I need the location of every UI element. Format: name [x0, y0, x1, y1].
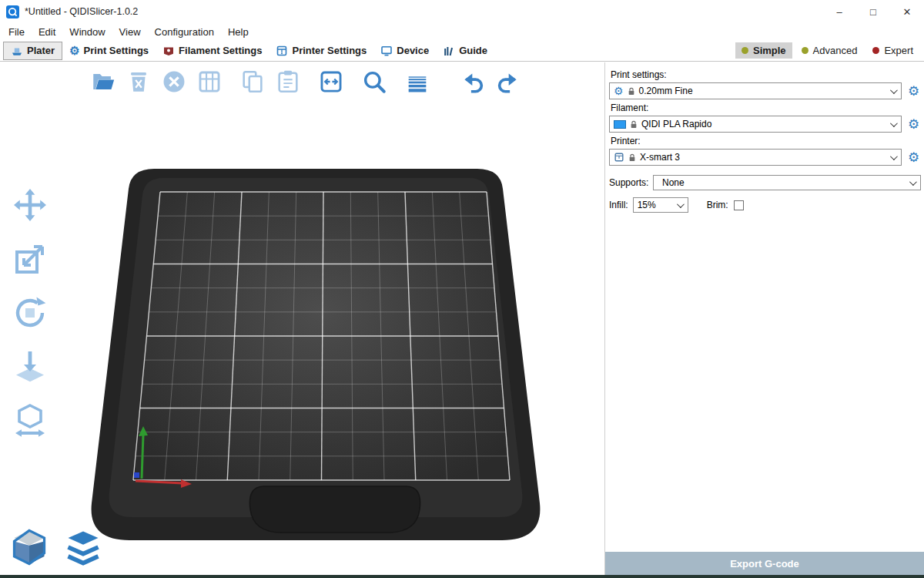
plater-toolbar: [88, 66, 524, 97]
mode-expert[interactable]: Expert: [866, 42, 919, 59]
filament-label: Filament:: [611, 102, 921, 113]
chevron-down-icon: [890, 119, 898, 127]
brim-checkbox[interactable]: [734, 200, 744, 210]
bottom-status-strip: [0, 575, 924, 578]
mode-advanced[interactable]: Advanced: [795, 42, 864, 59]
tab-label: Device: [397, 45, 429, 56]
printer-icon: [276, 45, 288, 57]
redo-icon[interactable]: [493, 66, 524, 97]
gizmo-toolbar: [9, 184, 51, 442]
arrange-icon[interactable]: [194, 66, 225, 97]
app-logo-icon: [6, 5, 19, 18]
printer-value: X-smart 3: [640, 152, 680, 163]
preview-layers-icon[interactable]: [62, 526, 105, 569]
printer-icon: [614, 152, 624, 163]
delete-icon[interactable]: [123, 66, 154, 97]
brim-label: Brim:: [707, 200, 728, 210]
mode-label: Advanced: [813, 45, 858, 56]
tab-label: Guide: [459, 45, 487, 56]
tab-device[interactable]: Device: [373, 42, 436, 59]
split-objects-icon[interactable]: [316, 66, 346, 97]
title-bar: *Untitled - QIDISlicer-1.0.2 – □ ✕: [0, 0, 924, 23]
move-icon[interactable]: [9, 184, 51, 226]
tab-guide[interactable]: Guide: [436, 42, 494, 59]
variable-layer-height-icon[interactable]: [402, 66, 433, 97]
3d-editor-view-icon[interactable]: [8, 526, 51, 569]
filament-color-swatch: [614, 120, 626, 129]
tab-bar: Plater ⚙ Print Settings Filament Setting…: [0, 40, 924, 62]
delete-all-icon[interactable]: [159, 66, 189, 97]
menu-file[interactable]: File: [2, 25, 32, 39]
lock-icon: [630, 119, 638, 129]
filament-combo[interactable]: QIDI PLA Rapido: [609, 116, 902, 133]
measure-icon[interactable]: [9, 400, 51, 442]
3d-viewport[interactable]: [0, 62, 605, 575]
infill-value: 15%: [638, 200, 656, 210]
simple-mode-dot-icon: [742, 47, 748, 54]
supports-label: Supports:: [609, 177, 653, 188]
supports-value: None: [662, 177, 685, 188]
infill-combo[interactable]: 15%: [633, 197, 688, 213]
maximize-button[interactable]: □: [856, 0, 890, 23]
print-settings-gear-button[interactable]: ⚙: [906, 85, 921, 98]
print-settings-combo[interactable]: ⚙ 0.20mm Fine: [609, 82, 902, 99]
printer-label: Printer:: [611, 136, 921, 146]
device-monitor-icon: [380, 45, 393, 57]
expert-mode-dot-icon: [872, 47, 879, 54]
tab-label: Print Settings: [84, 45, 149, 56]
menu-configuration[interactable]: Configuration: [148, 25, 221, 39]
print-settings-value: 0.20mm Fine: [639, 86, 693, 96]
tab-printer-settings[interactable]: Printer Settings: [269, 42, 373, 59]
copy-icon[interactable]: [237, 66, 268, 97]
tab-label: Printer Settings: [292, 45, 367, 56]
gear-icon: ⚙: [69, 45, 79, 56]
tab-filament-settings[interactable]: Filament Settings: [156, 42, 269, 59]
print-settings-label: Print settings:: [611, 69, 921, 80]
window-title: *Untitled - QIDISlicer-1.0.2: [25, 6, 138, 17]
guide-books-icon: [443, 45, 455, 57]
infill-label: Infill:: [609, 200, 628, 210]
chevron-down-icon: [909, 178, 917, 186]
export-gcode-button[interactable]: Export G-code: [605, 552, 924, 575]
filament-value: QIDI PLA Rapido: [641, 119, 711, 129]
mode-selector: Simple Advanced Expert: [735, 42, 919, 59]
filament-spool-icon: [162, 45, 175, 57]
tab-label: Filament Settings: [179, 45, 262, 56]
print-bed: [77, 155, 554, 548]
tab-label: Plater: [27, 45, 55, 56]
scale-icon[interactable]: [9, 238, 51, 280]
chevron-down-icon: [890, 153, 898, 160]
gear-icon: ⚙: [614, 86, 624, 96]
printer-combo[interactable]: X-smart 3: [609, 149, 902, 166]
search-icon[interactable]: [359, 66, 390, 97]
mode-simple[interactable]: Simple: [735, 42, 792, 59]
undo-icon[interactable]: [457, 66, 488, 97]
minimize-button[interactable]: –: [822, 0, 856, 23]
mode-label: Expert: [884, 45, 913, 56]
menu-bar: File Edit Window View Configuration Help: [0, 23, 924, 40]
place-on-face-icon[interactable]: [9, 346, 51, 388]
mode-label: Simple: [753, 45, 786, 56]
chevron-down-icon: [677, 200, 685, 208]
lock-icon: [628, 86, 635, 96]
filament-gear-button[interactable]: ⚙: [906, 118, 921, 131]
lock-icon: [628, 153, 636, 163]
z-axis-marker: [134, 472, 139, 478]
menu-window[interactable]: Window: [62, 25, 112, 39]
supports-combo[interactable]: None: [653, 175, 921, 190]
app-window: *Untitled - QIDISlicer-1.0.2 – □ ✕ File …: [0, 0, 924, 578]
tab-plater[interactable]: Plater: [3, 42, 62, 60]
paste-icon[interactable]: [273, 66, 303, 97]
open-folder-icon[interactable]: [88, 66, 119, 97]
plater-icon: [11, 45, 23, 57]
menu-help[interactable]: Help: [221, 25, 256, 39]
tab-print-settings[interactable]: ⚙ Print Settings: [62, 42, 156, 59]
settings-sidebar: Print settings: ⚙ 0.20mm Fine ⚙ Filament…: [605, 62, 924, 575]
view-toggles: [8, 526, 105, 569]
menu-edit[interactable]: Edit: [32, 25, 62, 39]
printer-gear-button[interactable]: ⚙: [906, 151, 921, 164]
chevron-down-icon: [890, 86, 898, 94]
close-button[interactable]: ✕: [890, 0, 924, 23]
rotate-icon[interactable]: [9, 292, 51, 334]
menu-view[interactable]: View: [112, 25, 148, 39]
